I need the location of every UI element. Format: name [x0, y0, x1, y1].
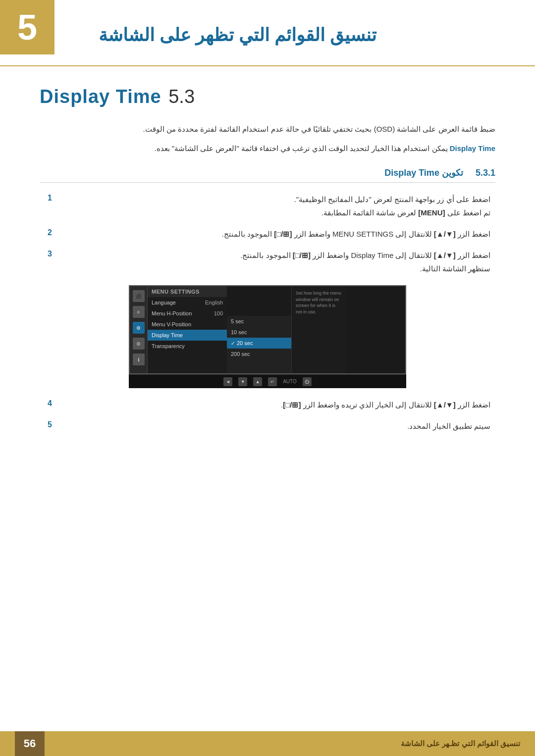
step-4-number: 4 — [40, 399, 54, 408]
step-1-main: اضغط على أي زر بواجهة المنتج لعرض "دليل … — [54, 193, 490, 206]
footer-text: تنسيق القوائم التي تظـهر على الشاشة — [401, 739, 520, 748]
chapter-number-box: 5 — [0, 0, 54, 54]
osd-submenu-20sec-selected: 20 sec — [227, 338, 291, 349]
subsection-spacing — [466, 168, 473, 178]
osd-btn-left: ◄ — [223, 377, 232, 386]
osd-btn-enter: ↵ — [268, 377, 277, 386]
step-2: 2 اضغط الزر [▼/▲] للانتقال إلى MENU SETT… — [40, 227, 495, 241]
footer-page-number: 56 — [15, 731, 45, 756]
step-1: 1 اضغط على أي زر بواجهة المنتج لعرض "دلي… — [40, 193, 495, 219]
step-1-number: 1 — [40, 194, 54, 202]
step-4: 4 اضغط الزر [▼/▲] للانتقال إلى الخيار ال… — [40, 398, 495, 411]
step-5-number: 5 — [40, 420, 54, 429]
header-section: 5 تنسيق القوائم التي تظهر على الشاشة — [0, 0, 535, 66]
osd-submenu-200sec: 200 sec — [227, 349, 291, 359]
osd-screen: ⬛ ≡ ⚙ ⚙ ℹ MENU SETTINGS Language English… — [129, 285, 406, 374]
osd-icon-2: ≡ — [133, 306, 145, 318]
step-5-content: سيتم تطبيق الخيار المحدد. — [54, 419, 495, 433]
osd-menu-item-transparency: Transparency — [148, 341, 227, 352]
page-footer: تنسيق القوائم التي تظـهر على الشاشة 56 — [0, 731, 535, 756]
step-2-content: اضغط الزر [▼/▲] للانتقال إلى MENU SETTIN… — [54, 227, 495, 241]
subsection-header: 5.3.1 تكوين Display Time — [40, 167, 495, 183]
step-2-btn1: [▼/▲] — [434, 230, 456, 238]
section-number: 5.3 — [168, 86, 195, 107]
osd-menu-item-language: Language English — [148, 297, 227, 308]
step-3: 3 اضغط الزر [▼/▲] للانتقال إلى Display T… — [40, 249, 495, 275]
osd-language-value: English — [205, 300, 223, 305]
display-time-highlight: Display Time — [450, 144, 495, 152]
menu-bracket: [MENU] — [418, 208, 445, 217]
header-title: تنسيق القوائم التي تظهر على الشاشة — [30, 15, 505, 55]
osd-bottom-bar: ◄ ▼ ▲ ↵ AUTO ⏻ — [129, 374, 406, 388]
osd-icon-4: ⚙ — [133, 338, 145, 350]
osd-btn-up: ▲ — [253, 377, 262, 386]
osd-help-column: Set how long the menu window will remain… — [291, 286, 346, 373]
intro-paragraph-2: Display Time يمكن استخدام هذا الخيار لتح… — [40, 142, 495, 155]
osd-menu-column: MENU SETTINGS Language English Menu H-Po… — [148, 286, 227, 373]
osd-submenu-10sec: 10 sec — [227, 327, 291, 338]
step-3-content: اضغط الزر [▼/▲] للانتقال إلى Display Tim… — [54, 249, 495, 275]
step-2-number: 2 — [40, 228, 54, 237]
osd-menu-item-hpos: Menu H-Position 100 — [148, 308, 227, 319]
step-3-btn2: [⊞/□] — [293, 251, 311, 259]
subsection-number: 5.3.1 — [476, 168, 495, 178]
osd-menu-title: MENU SETTINGS — [148, 286, 227, 297]
section-title: Display Time 5.3 — [40, 86, 495, 107]
osd-container: ⬛ ≡ ⚙ ⚙ ℹ MENU SETTINGS Language English… — [129, 285, 406, 388]
step-2-btn2: [⊞/□] — [274, 230, 292, 238]
chapter-number: 5 — [17, 9, 37, 45]
osd-btn-power: ⏻ — [303, 377, 312, 386]
step-3-sub: ستظهر الشاشة التالية. — [54, 262, 490, 275]
step-4-content: اضغط الزر [▼/▲] للانتقال إلى الخيار الذي… — [54, 398, 495, 411]
osd-menu-item-vpos: Menu V-Position — [148, 319, 227, 330]
osd-help-text: Set how long the menu window will remain… — [296, 290, 342, 315]
subsection-title: تكوين Display Time — [384, 168, 463, 178]
osd-icons-column: ⬛ ≡ ⚙ ⚙ ℹ — [130, 286, 148, 373]
intro-paragraph-1: ضبط قائمة العرض على الشاشة (OSD) بحيث تخ… — [40, 122, 495, 136]
step-4-btn1: [▼/▲] — [434, 401, 456, 409]
main-content: Display Time 5.3 ضبط قائمة العرض على الش… — [0, 66, 535, 460]
osd-btn-down: ▼ — [238, 377, 247, 386]
step-3-main: اضغط الزر [▼/▲] للانتقال إلى Display Tim… — [54, 249, 490, 262]
osd-icon-1: ⬛ — [133, 290, 145, 302]
step-1-sub: ثم اضغط على [MENU] لعرض شاشة القائمة الم… — [54, 206, 490, 219]
section-title-text: Display Time — [40, 86, 161, 107]
step-1-content: اضغط على أي زر بواجهة المنتج لعرض "دليل … — [54, 193, 495, 219]
osd-menu-item-displaytime: Display Time — [148, 330, 227, 341]
step-5: 5 سيتم تطبيق الخيار المحدد. — [40, 419, 495, 433]
osd-submenu-5sec: 5 sec — [227, 316, 291, 327]
step-3-btn1: [▼/▲] — [434, 251, 456, 259]
step-4-btn2: [⊞/□] — [283, 401, 301, 409]
osd-hpos-value: 100 — [214, 310, 223, 316]
osd-icon-3-active: ⚙ — [133, 322, 145, 334]
steps-container: 1 اضغط على أي زر بواجهة المنتج لعرض "دلي… — [40, 193, 495, 433]
osd-icon-5: ℹ — [133, 353, 145, 365]
osd-auto-label: AUTO — [283, 379, 297, 384]
intro-text-2-rest: يمكن استخدام هذا الخيار لتحديد الوقت الذ… — [154, 144, 447, 152]
step-3-number: 3 — [40, 250, 54, 258]
osd-submenu-column: 5 sec 10 sec 20 sec 200 sec — [227, 316, 291, 373]
